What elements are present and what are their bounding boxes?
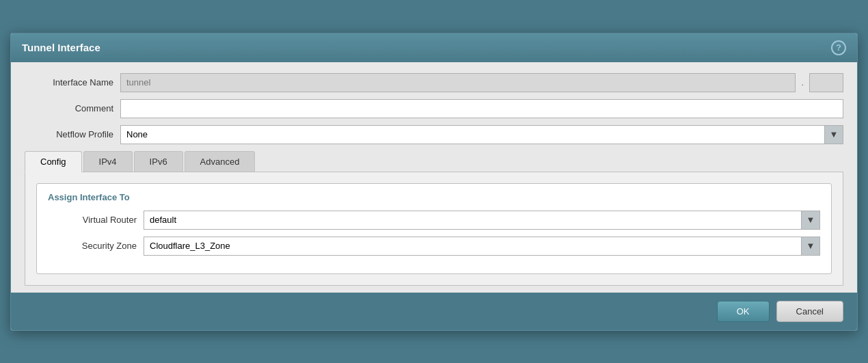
- help-icon[interactable]: ?: [831, 40, 846, 55]
- dialog-header: Tunnel Interface ?: [11, 33, 857, 62]
- dialog-title: Tunnel Interface: [22, 42, 100, 53]
- comment-input[interactable]: [120, 99, 843, 118]
- comment-label: Comment: [25, 103, 113, 113]
- interface-name-field-group: . 1: [120, 73, 843, 92]
- dialog-footer: OK Cancel: [11, 293, 857, 330]
- dialog-body: Interface Name . 1 Comment Netflow Profi…: [11, 62, 857, 293]
- comment-row: Comment: [25, 99, 843, 118]
- netflow-label: Netflow Profile: [25, 129, 113, 139]
- tabs-row: Config IPv4 IPv6 Advanced: [25, 151, 843, 172]
- security-zone-select[interactable]: Cloudflare_L3_Zone: [144, 237, 820, 256]
- tab-config[interactable]: Config: [25, 151, 82, 172]
- tab-content-config: Assign Interface To Virtual Router defau…: [25, 172, 843, 286]
- virtual-router-select[interactable]: default: [144, 211, 820, 230]
- netflow-profile-row: Netflow Profile None ▼: [25, 125, 843, 144]
- ok-button[interactable]: OK: [717, 301, 770, 322]
- section-title: Assign Interface To: [48, 192, 820, 202]
- interface-number-input: 1: [809, 73, 843, 92]
- tab-ipv6[interactable]: IPv6: [134, 151, 183, 172]
- tab-advanced[interactable]: Advanced: [185, 151, 256, 172]
- virtual-router-label: Virtual Router: [48, 215, 137, 225]
- tunnel-interface-dialog: Tunnel Interface ? Interface Name . 1 Co…: [10, 33, 858, 331]
- tab-ipv4[interactable]: IPv4: [83, 151, 133, 172]
- virtual-router-select-wrapper: default ▼: [144, 211, 820, 230]
- cancel-button[interactable]: Cancel: [776, 301, 843, 322]
- security-zone-row: Security Zone Cloudflare_L3_Zone ▼: [48, 237, 820, 256]
- security-zone-select-wrapper: Cloudflare_L3_Zone ▼: [144, 237, 820, 256]
- security-zone-label: Security Zone: [48, 241, 137, 251]
- netflow-select-wrapper: None ▼: [120, 125, 843, 144]
- virtual-router-row: Virtual Router default ▼: [48, 211, 820, 230]
- interface-name-row: Interface Name . 1: [25, 73, 843, 92]
- netflow-select[interactable]: None: [120, 125, 843, 144]
- interface-name-input: [120, 73, 796, 92]
- interface-name-label: Interface Name: [25, 77, 113, 88]
- assign-interface-section: Assign Interface To Virtual Router defau…: [36, 183, 832, 274]
- dot-separator: .: [796, 77, 809, 88]
